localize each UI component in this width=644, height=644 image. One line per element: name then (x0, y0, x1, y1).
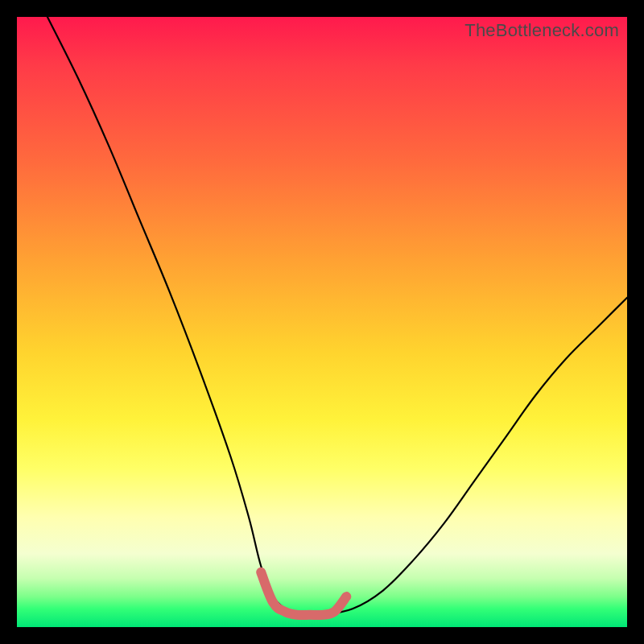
chart-frame: TheBottleneck.com (0, 0, 644, 644)
chart-svg (17, 17, 627, 627)
plot-area: TheBottleneck.com (17, 17, 627, 627)
bottleneck-curve (47, 17, 627, 615)
optimal-range-highlight (261, 572, 346, 615)
